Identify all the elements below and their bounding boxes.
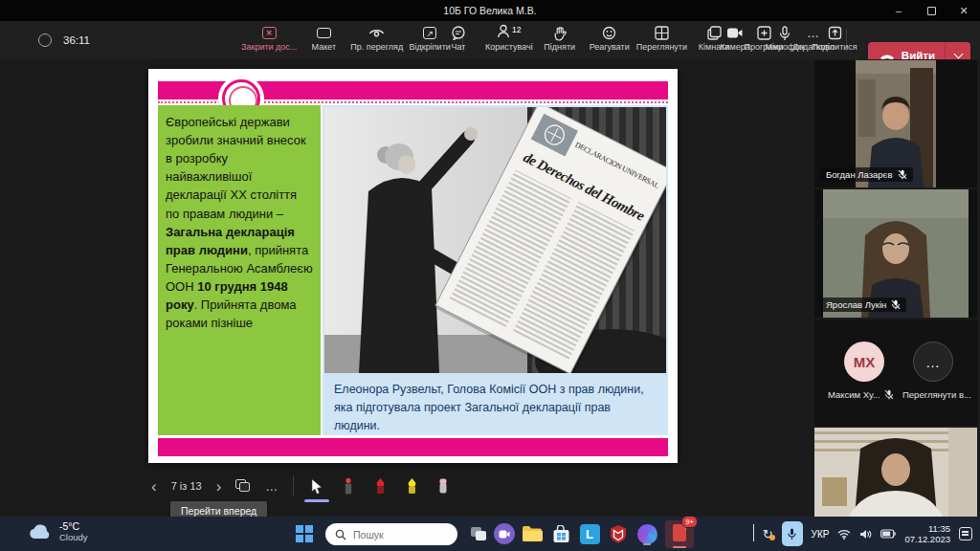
cursor-icon (310, 478, 323, 495)
next-slide-button[interactable]: › (216, 478, 222, 495)
keyboard-language[interactable]: УКР (812, 529, 830, 540)
laser-pointer-tool-button[interactable] (340, 476, 357, 496)
slide-counter: 7 із 13 (171, 480, 202, 492)
media-app-icon (637, 524, 657, 544)
more-presenter-options-button[interactable]: … (265, 479, 278, 494)
private-view-button[interactable]: Пр. перегляд (350, 21, 403, 52)
view-button[interactable]: Переглянути (636, 21, 687, 52)
cloud-icon (29, 524, 52, 540)
eraser-icon (436, 477, 450, 495)
update-sync-icon[interactable]: ↻ (763, 527, 773, 541)
avatar-maksym[interactable]: МХ (844, 342, 884, 382)
photo-caption: Елеонора Рузвельт, Голова Комісії ООН з … (323, 377, 668, 434)
meeting-timer-group: 36:11 (38, 21, 90, 59)
l-app-icon: L (580, 524, 600, 544)
wifi-icon[interactable] (837, 529, 851, 540)
maximize-button[interactable] (915, 0, 947, 21)
laser-pointer-icon (342, 477, 355, 495)
battery-icon[interactable] (880, 529, 896, 539)
layout-icon (317, 28, 331, 38)
close-button[interactable]: ✕ (947, 0, 980, 21)
share-icon (828, 25, 842, 41)
microphone-icon (779, 25, 791, 41)
participant-nametag: Ярослав Лукін (820, 298, 906, 312)
eraser-tool-button[interactable] (434, 476, 452, 496)
share-button[interactable]: Поділитися (812, 21, 858, 52)
react-button[interactable]: Реагувати (587, 21, 633, 52)
file-explorer-button[interactable] (521, 522, 544, 545)
previous-slide-button[interactable]: ‹ (151, 478, 157, 495)
avatar-tiles-row: МХ … Максим Ху... Переглянути в... (814, 320, 977, 426)
chevron-up-icon (753, 524, 754, 541)
minimize-button[interactable]: – (882, 0, 915, 21)
slide: Європейські держави зробили значний внес… (148, 69, 678, 463)
microphone-button[interactable]: Мікрофон (762, 21, 808, 52)
titlebar: 10Б ГО Велика М.В. – ✕ (0, 0, 980, 21)
task-view-icon (471, 527, 487, 541)
participant-nametag: Богдан Лазарєв (820, 167, 913, 182)
raise-hand-button[interactable]: Підняти (537, 21, 583, 52)
yellow-highlighter-icon (405, 477, 419, 495)
grid-view-button[interactable] (235, 479, 251, 493)
teams-chat-icon (494, 523, 515, 544)
view-more-participants-button[interactable]: … (913, 342, 953, 382)
video-tile-teacher[interactable] (814, 428, 977, 517)
taskbar: -5°C Cloudy L (0, 517, 980, 551)
running-indicator (673, 546, 686, 549)
weather-widget[interactable]: -5°C Cloudy (29, 520, 88, 542)
chat-icon (451, 25, 466, 41)
view-more-label: Переглянути в... (902, 389, 971, 400)
mcafee-button[interactable] (607, 522, 630, 545)
stop-presenting-button[interactable]: ✕ Закрити дос... (241, 21, 297, 52)
folder-icon (522, 525, 543, 542)
running-indicator (643, 543, 651, 546)
task-view-button[interactable] (467, 522, 490, 545)
close-icon: ✕ (959, 5, 968, 17)
camera-button[interactable]: Камера (712, 21, 758, 52)
microsoft-store-button[interactable] (549, 522, 572, 545)
red-pen-icon (373, 477, 388, 495)
windows-start-icon (296, 525, 313, 542)
chevron-down-icon (953, 50, 963, 59)
people-icon (497, 24, 510, 42)
teams-meeting-window: 10Б ГО Велика М.В. – ✕ 36:11 ✕ Закрити д… (0, 0, 980, 551)
video-tile-yaroslav[interactable]: Ярослав Лукін (814, 189, 977, 318)
presenter-separator (293, 475, 294, 496)
notification-center-icon[interactable] (959, 527, 972, 540)
video-tile-bohdan[interactable]: Богдан Лазарєв (814, 60, 977, 187)
raised-hand-icon (553, 25, 567, 41)
eye-icon (368, 25, 385, 41)
cursor-tool-button[interactable] (308, 476, 325, 496)
participant-video (814, 428, 977, 517)
start-button[interactable] (293, 522, 316, 545)
tray-expand-button[interactable] (753, 525, 754, 542)
media-app-button[interactable] (635, 522, 658, 545)
active-app-button[interactable]: 9+ (665, 520, 694, 548)
clock[interactable]: 11:35 07.12.2023 (904, 523, 950, 544)
search-input[interactable] (353, 529, 439, 540)
av-controls: Камера Мікрофон Поділитися (712, 21, 858, 59)
participants-button[interactable]: 12 Користувачі (485, 21, 533, 52)
chat-button[interactable]: Чат (435, 21, 481, 52)
presentation-stage: Європейські держави зробили значний внес… (0, 59, 980, 517)
layout-button[interactable]: Макет (301, 21, 346, 52)
participant-count-badge: 12 (512, 25, 521, 34)
date: 07.12.2023 (904, 534, 950, 544)
highlighter-tool-button[interactable] (403, 476, 420, 496)
chat-app-button[interactable] (493, 522, 516, 545)
presenter-controls: ‹ 7 із 13 › … (151, 471, 452, 501)
weather-temp: -5°C (59, 520, 88, 532)
slide-body-text: Європейські держави зробили значний внес… (158, 105, 321, 435)
active-mic-indicator[interactable] (782, 521, 803, 546)
smiley-icon (602, 25, 616, 41)
taskbar-search[interactable] (325, 523, 457, 545)
app-l-button[interactable]: L (578, 522, 601, 545)
pen-tool-button[interactable] (371, 476, 389, 496)
volume-icon[interactable] (859, 529, 872, 540)
meeting-shield-icon (38, 33, 52, 47)
participant-label: Максим Ху... (828, 389, 894, 400)
grid-icon (655, 25, 669, 41)
slide-photo-panel: DECLARACION UNIVERSAL de Derechos del Ho… (323, 105, 668, 435)
store-icon (552, 525, 570, 543)
time: 11:35 (904, 523, 950, 534)
